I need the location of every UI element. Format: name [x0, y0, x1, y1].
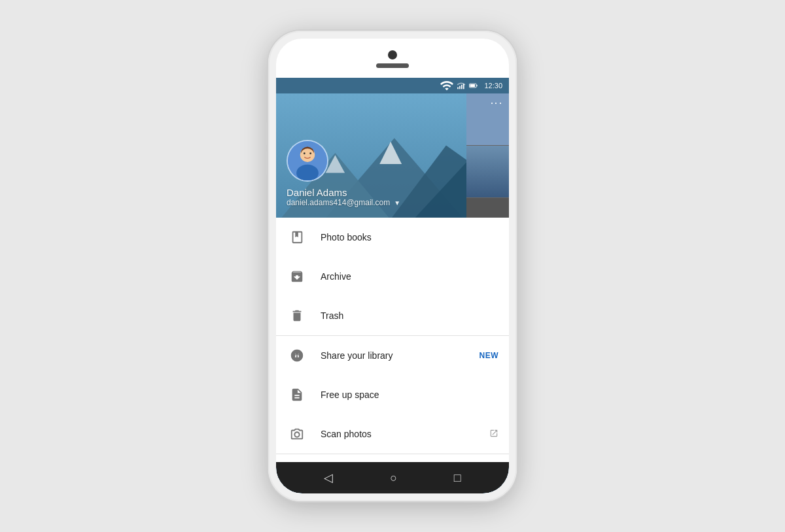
menu-section-1: Photo books Archive — [276, 218, 509, 336]
menu-item-scan-photos[interactable]: Scan photos — [276, 414, 509, 454]
speaker — [376, 63, 409, 68]
photo-books-label: Photo books — [321, 232, 498, 242]
three-dot-menu-button[interactable]: ⋮ — [491, 97, 502, 110]
profile-section: Daniel Adams daniel.adams414@gmail.com ▼ — [276, 93, 509, 218]
share-library-icon — [287, 345, 307, 366]
free-space-label: Free up space — [321, 390, 498, 400]
free-space-icon — [287, 384, 307, 405]
svg-rect-6 — [470, 84, 476, 87]
archive-icon — [287, 266, 307, 287]
svg-rect-1 — [460, 86, 461, 90]
avatar — [287, 140, 328, 182]
avatar-image — [288, 141, 327, 180]
status-bar: 12:30 — [276, 78, 509, 93]
signal-icon — [457, 81, 466, 90]
home-button[interactable]: ○ — [390, 471, 397, 485]
menu-item-archive[interactable]: Archive — [276, 257, 509, 296]
svg-point-19 — [309, 152, 311, 154]
menu-item-trash[interactable]: Trash — [276, 296, 509, 335]
dropdown-arrow-icon[interactable]: ▼ — [394, 199, 400, 207]
status-time: 12:30 — [484, 82, 502, 90]
back-button[interactable]: ◁ — [324, 471, 333, 485]
status-icons: 12:30 — [440, 78, 502, 93]
archive-label: Archive — [321, 271, 498, 282]
share-library-label: Share your library — [321, 350, 480, 361]
recents-button[interactable]: □ — [454, 471, 461, 485]
svg-rect-20 — [300, 171, 315, 180]
svg-rect-2 — [461, 85, 462, 89]
wifi-icon — [440, 78, 454, 93]
photo-books-icon — [287, 227, 307, 248]
scan-photos-icon — [287, 424, 307, 444]
phone-screen: 12:30 👥 — [276, 39, 509, 493]
svg-rect-5 — [477, 85, 478, 86]
menu-section-2: Share your library NEW Free up space — [276, 336, 509, 454]
scan-photos-label: Scan photos — [321, 429, 489, 439]
profile-email-row: daniel.adams414@gmail.com ▼ — [287, 198, 400, 207]
trash-icon — [287, 305, 307, 326]
svg-rect-3 — [463, 84, 464, 89]
profile-email: daniel.adams414@gmail.com — [287, 198, 390, 207]
new-badge: NEW — [480, 351, 499, 360]
trash-label: Trash — [321, 310, 498, 321]
menu-item-settings[interactable]: Settings — [276, 454, 509, 462]
menu-item-share-library[interactable]: Share your library NEW — [276, 336, 509, 375]
menu-section-3: Settings Send feedback — [276, 454, 509, 462]
battery-icon — [468, 81, 479, 90]
volume-down-button — [266, 152, 268, 175]
svg-point-18 — [304, 152, 305, 154]
phone-device: 12:30 👥 — [268, 31, 517, 501]
svg-rect-0 — [458, 87, 459, 89]
drawer-menu: Photo books Archive — [276, 218, 509, 462]
menu-item-photo-books[interactable]: Photo books — [276, 218, 509, 257]
profile-name: Daniel Adams — [287, 187, 347, 198]
navigation-bar: ◁ ○ □ — [276, 462, 509, 493]
menu-item-free-space[interactable]: Free up space — [276, 375, 509, 414]
power-button — [517, 135, 519, 168]
external-link-icon — [489, 429, 498, 440]
camera — [388, 50, 397, 59]
volume-up-button — [266, 122, 268, 145]
screen: 12:30 👥 — [276, 78, 509, 493]
